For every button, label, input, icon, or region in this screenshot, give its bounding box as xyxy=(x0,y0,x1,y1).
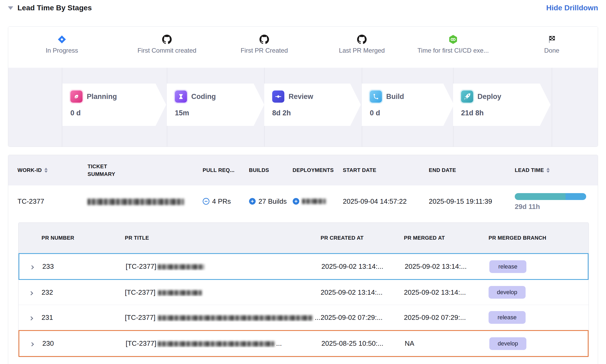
column-end-date: END DATE xyxy=(429,167,456,173)
pr-title: [TC-2377] ... xyxy=(125,313,321,322)
milestone-first-pr: First PR Created xyxy=(217,27,312,54)
pr-title: [TC-2377] ... xyxy=(126,339,321,348)
plus-circle-icon[interactable] xyxy=(249,198,256,205)
pr-created-at: 2025-09-02 13:14:... xyxy=(321,262,405,271)
redacted-ticket-summary xyxy=(88,199,184,205)
sort-icon[interactable] xyxy=(546,168,550,173)
finish-flag-icon xyxy=(504,34,598,45)
column-lead-time[interactable]: LEAD TIME xyxy=(515,167,598,173)
milestone-first-commit: First Commit created xyxy=(119,27,215,54)
rocket-icon xyxy=(461,90,473,103)
column-ticket-summary: TICKET SUMMARY xyxy=(88,163,122,178)
column-pr-title: PR TITLE xyxy=(125,235,149,241)
pr-title: [TC-2377] xyxy=(126,262,321,271)
lead-time-cell: 29d 11h xyxy=(515,192,598,211)
stage-card-review: Review 8d 2h xyxy=(264,84,361,126)
stage-card-planning: Planning 0 d xyxy=(62,84,166,126)
stage-duration: 0 d xyxy=(70,109,166,117)
work-items-table: WORK-ID TICKET SUMMARY PULL REQ... BUILD… xyxy=(8,155,598,364)
lead-time-value: 29d 11h xyxy=(515,203,598,211)
expand-chevron-icon[interactable] xyxy=(29,291,33,295)
work-id-cell: TC-2377 xyxy=(17,197,88,206)
column-pr-number: PR NUMBER xyxy=(42,235,74,241)
column-pr-merged-at: PR MERGED AT xyxy=(404,235,445,241)
redacted-deployments xyxy=(302,199,326,204)
page-title: Lead Time By Stages xyxy=(17,4,92,12)
planning-icon xyxy=(70,90,83,103)
minus-circle-icon[interactable] xyxy=(203,198,209,205)
stage-card-coding: Coding 15m xyxy=(167,84,264,126)
pr-row-233[interactable]: 233 [TC-2377] 2025-09-02 13:14:... 2025-… xyxy=(19,253,589,280)
milestone-in-progress: In Progress xyxy=(14,27,110,54)
expand-chevron-icon[interactable] xyxy=(29,316,33,320)
pr-number: 230 xyxy=(42,339,126,348)
stage-divider xyxy=(62,68,62,147)
milestone-cicd: Time for first CI/CD exe... xyxy=(405,27,501,54)
pr-row-230[interactable]: 230 [TC-2377] ... 2025-08-25 10:50:... N… xyxy=(19,330,589,357)
stage-divider xyxy=(552,68,552,147)
builds-toggle[interactable]: 27 Builds xyxy=(249,197,293,206)
github-icon xyxy=(217,34,312,45)
hourglass-icon xyxy=(175,90,187,103)
drilldown-header: Lead Time By Stages Hide Drilldown xyxy=(8,2,598,14)
expand-chevron-icon[interactable] xyxy=(30,342,34,347)
pull-requests-toggle[interactable]: 4 PRs xyxy=(203,197,249,206)
stages-track: Planning 0 d Coding 15m Review 8d 2h xyxy=(8,68,598,147)
milestone-last-pr-merged: Last PR Merged xyxy=(314,27,409,54)
pr-table-header: PR NUMBER PR TITLE PR CREATED AT PR MERG… xyxy=(19,223,589,253)
pr-created-at: 2025-09-02 07:29:... xyxy=(321,313,404,322)
redacted-pr-title xyxy=(158,290,202,295)
cicd-icon xyxy=(405,34,501,45)
pr-title: [TC-2377] xyxy=(125,288,321,297)
pr-number: 232 xyxy=(42,288,125,297)
pr-merged-at: 2025-09-02 13:14:... xyxy=(404,288,489,297)
milestone-done: Done xyxy=(504,27,598,54)
plus-circle-icon[interactable] xyxy=(293,198,299,205)
pr-merged-at: NA xyxy=(405,339,489,348)
end-date-cell: 2025-09-15 19:11:39 xyxy=(429,197,515,206)
hide-drilldown-link[interactable]: Hide Drilldown xyxy=(546,4,598,12)
collapse-triangle-icon[interactable] xyxy=(8,6,13,10)
branch-badge: release xyxy=(489,260,526,273)
expand-chevron-icon[interactable] xyxy=(30,265,34,270)
pr-merged-at: 2025-09-02 07:29:... xyxy=(404,313,489,322)
pr-number: 231 xyxy=(42,313,125,322)
stage-duration: 21d 8h xyxy=(461,109,550,117)
branch-icon xyxy=(370,90,382,103)
branch-badge: develop xyxy=(489,337,526,350)
pr-number: 233 xyxy=(42,262,126,271)
stage-duration: 0 d xyxy=(370,109,454,117)
branch-badge: release xyxy=(489,311,526,324)
commit-node-icon xyxy=(272,90,284,103)
stage-duration: 15m xyxy=(175,109,264,117)
github-icon xyxy=(314,34,409,45)
deployments-toggle[interactable] xyxy=(293,198,343,205)
column-pr-merged-branch: PR MERGED BRANCH xyxy=(489,235,546,241)
sort-icon[interactable] xyxy=(44,168,48,173)
redacted-pr-title xyxy=(158,341,274,347)
jira-status-icon xyxy=(14,34,110,45)
pr-merged-at: 2025-09-02 13:14:... xyxy=(405,262,489,271)
work-table-header: WORK-ID TICKET SUMMARY PULL REQ... BUILD… xyxy=(8,155,598,185)
redacted-pr-title xyxy=(158,315,313,321)
redacted-pr-title xyxy=(158,264,204,270)
github-icon xyxy=(119,34,215,45)
column-pull-requests: PULL REQ... xyxy=(203,167,235,173)
start-date-cell: 2025-09-04 14:57:22 xyxy=(343,197,429,206)
pr-created-at: 2025-08-25 10:50:... xyxy=(321,339,405,348)
column-pr-created-at: PR CREATED AT xyxy=(321,235,363,241)
lead-time-stages-panel: In Progress First Commit created First P… xyxy=(8,26,598,147)
pr-table: PR NUMBER PR TITLE PR CREATED AT PR MERG… xyxy=(18,222,589,357)
stage-card-deploy: Deploy 21d 8h xyxy=(453,84,550,126)
column-start-date: START DATE xyxy=(343,167,376,173)
milestone-row: In Progress First Commit created First P… xyxy=(8,27,598,68)
ticket-summary-cell xyxy=(88,197,203,206)
column-work-id[interactable]: WORK-ID xyxy=(17,167,88,173)
stage-duration: 8d 2h xyxy=(272,109,361,117)
pr-row-231[interactable]: 231 [TC-2377] ... 2025-09-02 07:29:... 2… xyxy=(19,305,589,330)
stage-card-build: Build 0 d xyxy=(362,84,454,126)
work-item-row: TC-2377 4 PRs 27 Builds 2025-09-04 14:57… xyxy=(8,185,598,217)
pr-created-at: 2025-09-02 13:14:... xyxy=(321,288,404,297)
pr-row-232[interactable]: 232 [TC-2377] 2025-09-02 13:14:... 2025-… xyxy=(19,280,589,305)
column-builds: BUILDS xyxy=(249,167,269,173)
